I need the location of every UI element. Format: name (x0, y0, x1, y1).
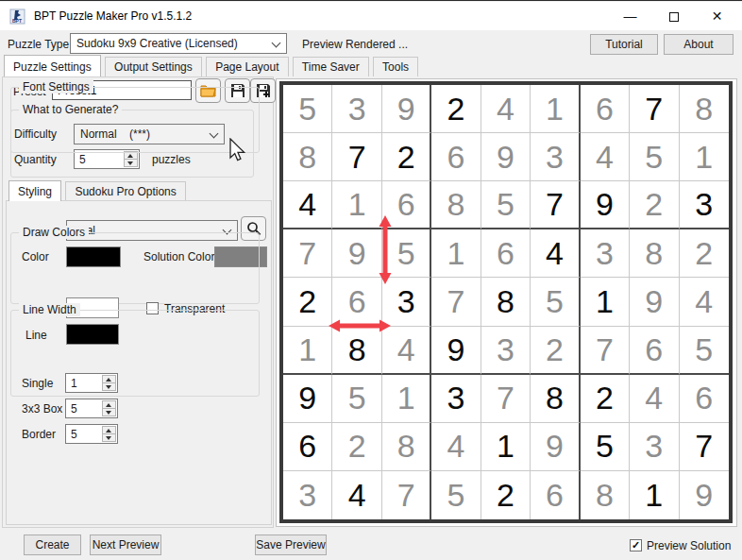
sudoku-cell: 7 (332, 133, 381, 181)
tab-page-layout[interactable]: Page Layout (206, 57, 288, 76)
sudoku-cell: 4 (630, 375, 679, 423)
sudoku-cell: 2 (680, 229, 729, 278)
puzzle-type-select[interactable]: Sudoku 9x9 Creative (Licensed) (70, 33, 287, 54)
sudoku-cell: 1 (630, 471, 679, 519)
save-preview-button[interactable]: Save Preview (255, 535, 327, 555)
sudoku-cell: 4 (531, 229, 580, 278)
sudoku-cell: 8 (431, 181, 481, 229)
sudoku-cell: 4 (481, 85, 531, 133)
stepper-buttons[interactable] (102, 400, 116, 416)
sudoku-cell: 7 (680, 423, 729, 471)
down-arrow-icon (106, 411, 111, 415)
about-button[interactable]: About (664, 34, 734, 55)
minimize-button[interactable]: — (609, 2, 651, 30)
stepper-down[interactable] (102, 433, 116, 442)
stepper-down[interactable] (102, 408, 116, 416)
sudoku-cell: 7 (531, 181, 580, 229)
group-title: Font Settings (19, 80, 93, 93)
stepper-buttons[interactable] (102, 426, 116, 442)
puzzle-type-value: Sudoku 9x9 Creative (Licensed) (76, 37, 238, 50)
sudoku-cell: 3 (431, 375, 481, 423)
sudoku-cell: 6 (382, 181, 431, 229)
border-width-stepper[interactable]: 5 (65, 424, 118, 444)
sudoku-cell: 6 (680, 375, 729, 423)
create-button[interactable]: Create (24, 535, 81, 555)
window-title: BPT Puzzle Maker Pro v1.5.1.2 (34, 9, 192, 23)
sudoku-cell: 1 (581, 278, 630, 326)
tab-styling[interactable]: Styling (8, 180, 61, 201)
sudoku-cell: 4 (332, 471, 381, 519)
quantity-value: 5 (79, 153, 86, 166)
sudoku-cell: 6 (531, 471, 580, 519)
sudoku-cell: 3 (680, 181, 729, 229)
sudoku-cell: 7 (630, 85, 679, 133)
sudoku-cell: 5 (332, 375, 381, 423)
tab-sudoku-pro-options[interactable]: Sudoku Pro Options (65, 181, 185, 201)
app-window: BPT BPT Puzzle Maker Pro v1.5.1.2 — ✕ Pu… (0, 0, 742, 560)
close-button[interactable]: ✕ (696, 2, 738, 30)
sudoku-cell: 9 (431, 327, 481, 375)
font-settings-group: Font Settings (10, 87, 260, 153)
sudoku-cell: 4 (382, 327, 431, 375)
puzzles-suffix-label: puzzles (152, 153, 191, 166)
border-width-label: Border (22, 428, 56, 441)
group-title: Line Width (19, 303, 80, 316)
maximize-button[interactable] (652, 2, 695, 30)
stepper-buttons[interactable] (124, 151, 138, 167)
preview-solution-checkbox[interactable]: ✓ (630, 539, 642, 552)
up-arrow-icon (106, 403, 111, 407)
app-icon: BPT (9, 8, 25, 25)
sudoku-cell: 6 (630, 327, 679, 375)
sudoku-cell: 9 (680, 471, 729, 519)
sudoku-cell: 7 (431, 278, 481, 326)
tab-time-saver[interactable]: Time Saver (293, 57, 369, 76)
up-arrow-icon (127, 154, 133, 158)
sudoku-cell: 1 (382, 375, 431, 423)
sudoku-cell: 1 (431, 229, 481, 278)
sudoku-cell: 8 (680, 85, 729, 133)
tab-output-settings[interactable]: Output Settings (105, 57, 202, 76)
sudoku-cell: 2 (283, 278, 332, 326)
next-preview-button[interactable]: Next Preview (90, 535, 161, 555)
tutorial-button[interactable]: Tutorial (590, 34, 658, 55)
sudoku-cell: 8 (283, 133, 332, 181)
sudoku-cell: 8 (332, 327, 381, 375)
single-width-label: Single (22, 377, 53, 390)
sudoku-cell: 1 (481, 423, 531, 471)
top-toolbar: Puzzle Type Sudoku 9x9 Creative (License… (0, 30, 742, 57)
sudoku-cell: 1 (332, 181, 381, 229)
sudoku-cell: 9 (382, 85, 431, 133)
stepper-down[interactable] (102, 382, 116, 391)
stepper-down[interactable] (124, 159, 138, 167)
box-width-value: 5 (71, 402, 77, 416)
sudoku-cell: 1 (531, 85, 580, 133)
sudoku-cell: 5 (680, 327, 729, 375)
tab-tools[interactable]: Tools (373, 57, 418, 76)
sudoku-cell: 5 (431, 471, 481, 519)
down-arrow-icon (106, 385, 111, 389)
sudoku-cell: 6 (283, 423, 332, 471)
up-arrow-icon (106, 429, 111, 433)
box-width-stepper[interactable]: 5 (65, 399, 118, 418)
sudoku-cell: 1 (283, 327, 332, 375)
down-arrow-icon (106, 436, 111, 440)
sudoku-cell: 7 (581, 327, 630, 375)
sudoku-cell: 5 (382, 229, 431, 278)
draw-colors-group: Draw Colors (10, 232, 260, 304)
sudoku-cell: 2 (382, 133, 431, 181)
stepper-buttons[interactable] (102, 375, 116, 391)
sudoku-cell: 2 (581, 375, 630, 423)
sudoku-cell: 2 (431, 85, 481, 133)
sudoku-cell: 6 (581, 85, 630, 133)
sudoku-cell: 7 (382, 471, 431, 519)
border-width-value: 5 (71, 428, 77, 441)
single-width-stepper[interactable]: 1 (65, 373, 118, 393)
sudoku-cell: 8 (481, 278, 531, 326)
puzzle-preview-panel: 5392416788726934514168579237951643822637… (276, 78, 737, 527)
tab-puzzle-settings[interactable]: Puzzle Settings (4, 55, 101, 76)
sudoku-cell: 6 (332, 278, 381, 326)
status-text: Preview Rendered ... (302, 38, 408, 51)
sudoku-cell: 7 (283, 229, 332, 278)
sudoku-cell: 9 (481, 133, 531, 181)
sudoku-cell: 5 (581, 423, 630, 471)
